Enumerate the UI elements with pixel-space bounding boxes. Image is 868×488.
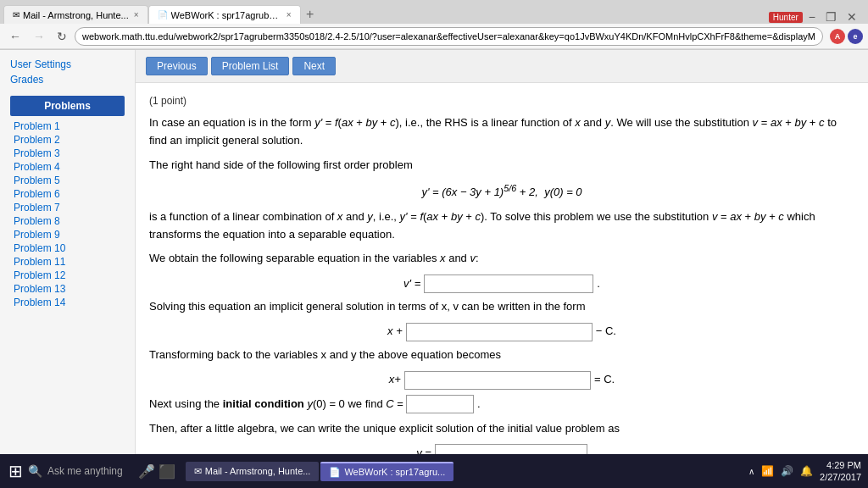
sidebar-user-settings[interactable]: User Settings [0,57,135,72]
restore-button[interactable]: ❐ [821,10,841,24]
mail-tab-close[interactable]: × [134,10,139,19]
sidebar-problem-1[interactable]: Problem 1 [0,119,135,133]
sidebar-problem-11[interactable]: Problem 11 [0,255,135,269]
sidebar-problem-10[interactable]: Problem 10 [0,241,135,255]
sidebar-problem-3[interactable]: Problem 3 [0,147,135,160]
window-controls: Hunter − ❐ ✕ [765,10,865,24]
x-plus-label: x + [387,323,403,341]
next-button[interactable]: Next [292,57,336,75]
profile-icon[interactable]: A [830,29,845,44]
refresh-button[interactable]: ↻ [53,28,71,45]
initial-condition-text: Next using the initial condition y(0) = … [149,395,854,413]
taskbar: ⊞ 🔍 Ask me anything 🎤 ⬛ ✉ Mail - Armstro… [0,454,868,488]
new-tab-button[interactable]: + [301,5,320,24]
sidebar-problem-list: Problem 1 Problem 2 Problem 3 Problem 4 … [0,119,135,309]
back-transform-row: x+ = C. [149,371,854,390]
sidebar-problem-8[interactable]: Problem 8 [0,214,135,228]
url-bar[interactable] [75,27,823,46]
mail-tab-icon: ✉ [13,10,19,19]
vprime-input[interactable] [424,274,593,293]
sidebar-problem-2[interactable]: Problem 2 [0,133,135,147]
webwork-tab-close[interactable]: × [287,10,292,19]
c-value-input[interactable] [406,395,474,413]
webwork-tab-icon: 📄 [158,10,168,19]
start-button[interactable]: ⊞ [8,461,23,481]
minimize-button[interactable]: − [804,10,820,24]
sidebar-problem-9[interactable]: Problem 9 [0,228,135,241]
sidebar-problem-13[interactable]: Problem 13 [0,282,135,296]
main-layout: User Settings Grades Problems Problem 1 … [0,50,868,455]
notification-icon[interactable]: 🔔 [800,465,813,477]
system-tray-chevron[interactable]: ∧ [748,467,754,476]
search-label[interactable]: Ask me anything [47,465,123,477]
tab-mail[interactable]: ✉ Mail - Armstrong, Hunte... × [3,5,148,24]
problem-list-button[interactable]: Problem List [211,57,290,75]
is-function-text: is a function of a linear combination of… [149,208,854,244]
sidebar-grades[interactable]: Grades [0,72,135,87]
taskbar-mail-item[interactable]: ✉ Mail - Armstrong, Hunte... [186,462,320,481]
taskbar-clock[interactable]: 4:29 PM 2/27/2017 [820,459,861,484]
back-button[interactable]: ← [5,28,25,45]
sidebar-problem-6[interactable]: Problem 6 [0,187,135,201]
close-button[interactable]: ✕ [843,10,861,24]
volume-icon: 🔊 [781,465,793,477]
previous-button[interactable]: Previous [146,57,208,75]
point-label: (1 point) [149,93,854,109]
sidebar-problem-14[interactable]: Problem 14 [0,296,135,309]
minus-c-label: − C. [596,323,616,341]
network-icon: 📶 [761,465,774,477]
equation-display: y' = (6x − 3y + 1)5/6 + 2, y(0) = 0 [149,181,854,202]
problem-content: (1 point) In case an equation is in the … [136,83,868,455]
taskbar-webwork-icon: 📄 [329,467,341,478]
solving-text: Solving this equation an implicit genera… [149,298,854,316]
taskbar-webwork-label: WeBWorK : spr17agru... [344,467,445,477]
intro-text: In case an equation is in the form y' = … [149,114,854,150]
back-transform-input[interactable] [404,371,591,390]
search-icon: 🔍 [28,464,42,478]
taskbar-right: ∧ 📶 🔊 🔔 4:29 PM 2/27/2017 [742,459,868,484]
sidebar-problem-7[interactable]: Problem 7 [0,201,135,214]
taskbar-date-display: 2/27/2017 [820,471,861,483]
webwork-tab-title: WeBWorK : spr17agrube... [171,10,281,20]
hunter-badge: Hunter [769,12,803,23]
x-plus2-label: x+ [389,371,401,389]
sidebar-problem-4[interactable]: Problem 4 [0,160,135,174]
content-area: Previous Problem List Next (1 point) In … [136,50,868,455]
forward-button[interactable]: → [29,28,49,45]
vprime-input-row: v' = . [149,274,854,293]
transforming-text: Transforming back to the variables x and… [149,347,854,364]
sidebar-problems-button[interactable]: Problems [10,96,125,116]
unique-text: Then, after a little algebra, we can wri… [149,420,854,438]
mail-tab-title: Mail - Armstrong, Hunte... [23,10,129,20]
taskbar-items: ✉ Mail - Armstrong, Hunte... 📄 WeBWorK :… [182,462,742,481]
extension-icon[interactable]: e [848,29,863,44]
separable-text: We obtain the following separable equati… [149,250,854,268]
sidebar-problem-12[interactable]: Problem 12 [0,269,135,282]
sidebar: User Settings Grades Problems Problem 1 … [0,50,136,455]
nav-bar: ← → ↻ A e [0,24,868,49]
implicit-solution-input[interactable] [406,323,593,341]
taskbar-mail-label: Mail - Armstrong, Hunte... [205,466,311,476]
taskbar-webwork-item[interactable]: 📄 WeBWorK : spr17agru... [320,462,453,481]
browser-action-icons: A e [830,29,863,44]
implicit-solution-row: x + − C. [149,323,854,341]
rhs-text: The right hand side of the following fir… [149,157,854,175]
task-view-icon[interactable]: ⬛ [159,463,175,480]
taskbar-mail-icon: ✉ [194,466,202,477]
tab-bar: ✉ Mail - Armstrong, Hunte... × 📄 WeBWorK… [0,0,868,24]
vprime-label: v' = [403,275,420,293]
equals-c-label: = C. [594,371,615,389]
cortana-icon[interactable]: 🎤 [138,463,155,480]
top-navigation-buttons: Previous Problem List Next [136,50,868,83]
browser-chrome: ✉ Mail - Armstrong, Hunte... × 📄 WeBWorK… [0,0,868,50]
taskbar-start: ⊞ 🔍 Ask me anything [0,461,131,481]
taskbar-quick-icons: 🎤 ⬛ [131,463,182,480]
taskbar-time-display: 4:29 PM [820,459,861,471]
separable-dot: . [597,275,600,293]
tab-webwork[interactable]: 📄 WeBWorK : spr17agrube... × [148,5,301,24]
sidebar-problem-5[interactable]: Problem 5 [0,174,135,187]
